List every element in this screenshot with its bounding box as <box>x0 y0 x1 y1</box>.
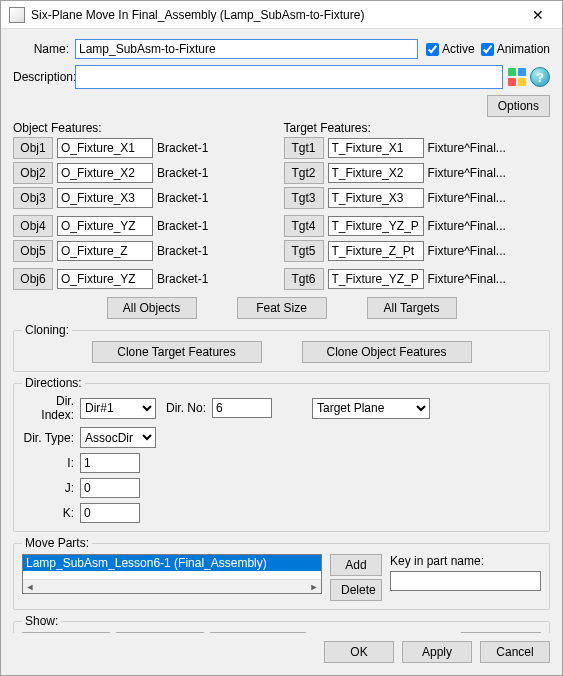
tgt1-input[interactable] <box>328 138 424 158</box>
obj2-button[interactable]: Obj2 <box>13 162 53 184</box>
listbox-scrollbar[interactable]: ◄ ► <box>23 579 321 593</box>
object-features-label: Object Features: <box>13 121 280 135</box>
tgt2-extra: Fixture^Final... <box>428 166 551 180</box>
tgt2-button[interactable]: Tgt2 <box>284 162 324 184</box>
j-input[interactable] <box>80 478 140 498</box>
tgt-row-2: Tgt2 Fixture^Final... <box>284 162 551 184</box>
move-parts-group: Move Parts: Lamp_SubAsm_Lesson6-1 (Final… <box>13 536 550 610</box>
active-checkbox[interactable] <box>426 43 439 56</box>
tgt6-extra: Fixture^Final... <box>428 272 551 286</box>
obj4-extra: Bracket-1 <box>157 219 280 233</box>
all-objects-button[interactable]: All Objects <box>107 297 197 319</box>
obj1-extra: Bracket-1 <box>157 141 280 155</box>
obj3-extra: Bracket-1 <box>157 191 280 205</box>
delete-button[interactable]: Delete <box>330 579 382 601</box>
all-targets-button[interactable]: All Targets <box>367 297 457 319</box>
j-label: J: <box>22 481 80 495</box>
key-in-part-label: Key in part name: <box>390 554 541 568</box>
name-label: Name: <box>13 42 75 56</box>
obj4-button[interactable]: Obj4 <box>13 215 53 237</box>
dir-no-input[interactable] <box>212 398 272 418</box>
obj4-input[interactable] <box>57 216 153 236</box>
description-label: Description: <box>13 70 75 84</box>
feat-size-button[interactable]: Feat Size <box>237 297 327 319</box>
obj2-extra: Bracket-1 <box>157 166 280 180</box>
add-button[interactable]: Add <box>330 554 382 576</box>
obj1-button[interactable]: Obj1 <box>13 137 53 159</box>
part-key-input[interactable] <box>390 571 541 591</box>
tgt3-extra: Fixture^Final... <box>428 191 551 205</box>
tgt-row-5: Tgt5 Fixture^Final... <box>284 240 551 262</box>
obj3-button[interactable]: Obj3 <box>13 187 53 209</box>
target-plane-select[interactable]: Target Plane <box>312 398 430 419</box>
obj6-input[interactable] <box>57 269 153 289</box>
titlebar: Six-Plane Move In Final_Assembly (Lamp_S… <box>1 1 562 29</box>
cloning-group: Cloning: Clone Target Features Clone Obj… <box>13 323 550 372</box>
window-title: Six-Plane Move In Final_Assembly (Lamp_S… <box>31 8 522 22</box>
tgt5-input[interactable] <box>328 241 424 261</box>
target-features-label: Target Features: <box>284 121 551 135</box>
tgt4-button[interactable]: Tgt4 <box>284 215 324 237</box>
active-checkbox-label[interactable]: Active <box>426 42 475 56</box>
clone-target-button[interactable]: Clone Target Features <box>92 341 262 363</box>
tgt6-button[interactable]: Tgt6 <box>284 268 324 290</box>
ok-button[interactable]: OK <box>324 641 394 663</box>
color-cube-icon[interactable] <box>507 67 527 87</box>
obj5-input[interactable] <box>57 241 153 261</box>
options-button[interactable]: Options <box>487 95 550 117</box>
obj3-input[interactable] <box>57 188 153 208</box>
list-item[interactable]: Lamp_SubAsm_Lesson6-1 (Final_Assembly) <box>23 555 322 571</box>
dialog-window: Six-Plane Move In Final_Assembly (Lamp_S… <box>0 0 563 676</box>
move-parts-listbox[interactable]: Lamp_SubAsm_Lesson6-1 (Final_Assembly) ◄… <box>22 554 322 594</box>
apply-button[interactable]: Apply <box>402 641 472 663</box>
animation-checkbox[interactable] <box>481 43 494 56</box>
tgt1-extra: Fixture^Final... <box>428 141 551 155</box>
clone-object-button[interactable]: Clone Object Features <box>302 341 472 363</box>
tgt-row-6: Tgt6 Fixture^Final... <box>284 268 551 290</box>
obj2-input[interactable] <box>57 163 153 183</box>
cancel-button[interactable]: Cancel <box>480 641 550 663</box>
i-label: I: <box>22 456 80 470</box>
scroll-right-icon[interactable]: ► <box>307 580 321 594</box>
obj-row-5: Obj5 Bracket-1 <box>13 240 280 262</box>
move-parts-legend: Move Parts: <box>22 536 92 550</box>
dir-index-select[interactable]: Dir#1 <box>80 398 156 419</box>
tgt3-input[interactable] <box>328 188 424 208</box>
i-input[interactable] <box>80 453 140 473</box>
cloning-legend: Cloning: <box>22 323 72 337</box>
dir-type-label: Dir. Type: <box>22 431 80 445</box>
obj-row-3: Obj3 Bracket-1 <box>13 187 280 209</box>
obj6-extra: Bracket-1 <box>157 272 280 286</box>
close-button[interactable]: ✕ <box>522 1 554 29</box>
tgt2-input[interactable] <box>328 163 424 183</box>
tgt3-button[interactable]: Tgt3 <box>284 187 324 209</box>
obj-row-2: Obj2 Bracket-1 <box>13 162 280 184</box>
tgt6-input[interactable] <box>328 269 424 289</box>
obj-row-4: Obj4 Bracket-1 <box>13 215 280 237</box>
description-input[interactable] <box>75 65 503 89</box>
tgt5-button[interactable]: Tgt5 <box>284 240 324 262</box>
tgt5-extra: Fixture^Final... <box>428 244 551 258</box>
obj6-button[interactable]: Obj6 <box>13 268 53 290</box>
obj-row-6: Obj6 Bracket-1 <box>13 268 280 290</box>
app-icon <box>9 7 25 23</box>
tgt-row-4: Tgt4 Fixture^Final... <box>284 215 551 237</box>
directions-group: Directions: Dir. Index: Dir#1 Dir. No: T… <box>13 376 550 532</box>
obj1-input[interactable] <box>57 138 153 158</box>
tgt1-button[interactable]: Tgt1 <box>284 137 324 159</box>
k-input[interactable] <box>80 503 140 523</box>
obj5-button[interactable]: Obj5 <box>13 240 53 262</box>
animation-checkbox-label[interactable]: Animation <box>481 42 550 56</box>
dir-type-select[interactable]: AssocDir <box>80 427 156 448</box>
k-label: K: <box>22 506 80 520</box>
dir-index-label: Dir. Index: <box>22 394 80 422</box>
obj5-extra: Bracket-1 <box>157 244 280 258</box>
help-icon[interactable]: ? <box>530 67 550 87</box>
scroll-left-icon[interactable]: ◄ <box>23 580 37 594</box>
name-input[interactable] <box>75 39 418 59</box>
tgt-row-1: Tgt1 Fixture^Final... <box>284 137 551 159</box>
tgt4-input[interactable] <box>328 216 424 236</box>
directions-legend: Directions: <box>22 376 85 390</box>
tgt-row-3: Tgt3 Fixture^Final... <box>284 187 551 209</box>
dir-no-label: Dir. No: <box>156 401 212 415</box>
